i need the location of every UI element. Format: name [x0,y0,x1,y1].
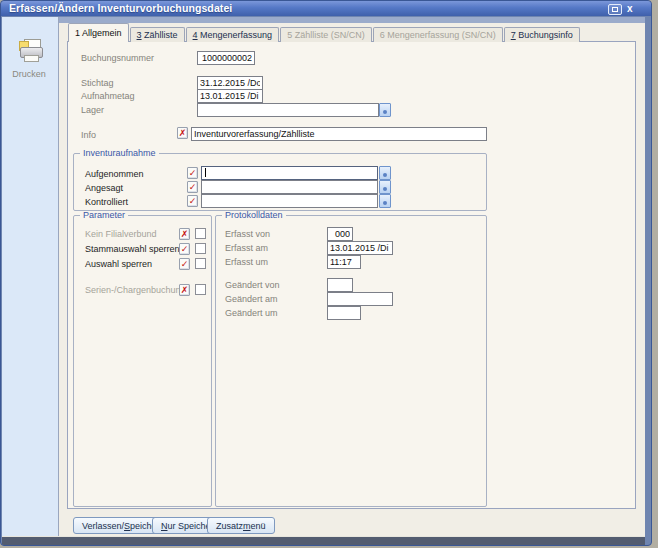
serien-chargenbuchung-label: Serien-/Chargenbuchung [85,285,186,295]
erfasst-am-field[interactable] [327,241,393,255]
info-cross-icon[interactable]: ✗ [177,127,188,139]
auswahl-sperren-label: Auswahl sperren [85,259,152,269]
erfasst-um-label: Erfasst um [225,257,268,267]
serien-chargenbuchung-checkbox[interactable] [195,284,206,295]
kontrolliert-check-icon[interactable]: ✓ [187,195,198,207]
inventuraufnahme-group-title: Inventuraufnahme [80,149,159,158]
geaendert-von-label: Geändert von [225,280,280,290]
angesagt-label: Angesagt [85,183,123,193]
buchungsnummer-label: Buchungsnummer [81,53,154,63]
lager-field[interactable] [197,103,379,117]
kontrolliert-label: Kontrolliert [85,197,128,207]
protokolldaten-group-title: Protokolldaten [222,211,286,220]
auswahl-sperren-check-icon[interactable]: ✓ [179,258,190,270]
serien-chargenbuchung-cross-icon[interactable]: ✗ [179,284,190,296]
restore-window-button[interactable] [608,4,622,15]
aufgenommen-check-icon[interactable]: ✓ [187,167,198,179]
stammauswahl-sperren-checkbox[interactable] [195,243,206,254]
titlebar: Erfassen/Ändern Inventurvorbuchungsdatei… [1,1,651,16]
kein-filialverbund-checkbox[interactable] [195,228,206,239]
tab-allgemein[interactable]: 1 Allgemein [68,23,129,42]
erfasst-um-field[interactable] [327,255,361,269]
drucken-label: Drucken [1,69,57,79]
kein-filialverbund-cross-icon[interactable]: ✗ [179,228,190,240]
aufgenommen-lookup-button[interactable] [379,166,391,180]
kontrolliert-field[interactable] [201,194,378,208]
bottom-status-strip [2,536,645,545]
lager-lookup-button[interactable] [379,103,391,117]
window-title: Erfassen/Ändern Inventurvorbuchungsdatei [9,2,232,14]
toolbar-sidebar [2,17,58,536]
stichtag-label: Stichtag [81,78,114,88]
angesagt-check-icon[interactable]: ✓ [187,181,198,193]
buchungsnummer-field[interactable] [197,51,255,65]
tab-buchungsinfo[interactable]: 7 Buchungsinfo [504,27,580,42]
tab-mengenerfassung[interactable]: 4 Mengenerfassung [186,27,280,42]
application-window: Erfassen/Ändern Inventurvorbuchungsdatei… [0,0,652,546]
angesagt-lookup-button[interactable] [379,180,391,194]
geaendert-am-field[interactable] [327,292,393,306]
lager-label: Lager [81,105,104,115]
auswahl-sperren-checkbox[interactable] [195,258,206,269]
stammauswahl-sperren-label: Stammauswahl sperren [85,244,180,254]
geaendert-von-field[interactable] [327,278,353,292]
kein-filialverbund-label: Kein Filialverbund [85,229,157,239]
geaendert-um-label: Geändert um [225,308,278,318]
text-caret [205,168,206,177]
close-window-button[interactable]: x [627,1,633,16]
aufgenommen-field[interactable] [201,166,378,180]
aufgenommen-label: Aufgenommen [85,169,144,179]
kontrolliert-lookup-button[interactable] [379,194,391,208]
drucken-button[interactable]: Drucken [14,39,46,85]
printer-icon [15,39,45,63]
stichtag-field[interactable] [197,76,263,90]
stammauswahl-sperren-check-icon[interactable]: ✓ [179,243,190,255]
tab-mengenerfassung-sncn: 6 Mengenerfassung (SN/CN) [373,27,503,42]
tab-zaehlliste[interactable]: 3 Zählliste [130,27,185,42]
erfasst-von-field[interactable] [327,227,353,241]
angesagt-field[interactable] [201,180,378,194]
geaendert-um-field[interactable] [327,306,361,320]
info-field[interactable] [191,127,487,141]
zusatzmenu-button[interactable]: Zusatzmenü [207,517,275,534]
tab-zaehlliste-sncn: 5 Zählliste (SN/CN) [280,27,372,42]
erfasst-am-label: Erfasst am [225,243,268,253]
aufnahmetag-label: Aufnahmetag [81,91,135,101]
geaendert-am-label: Geändert am [225,294,278,304]
erfasst-von-label: Erfasst von [225,229,270,239]
printer-output [24,55,39,62]
parameter-group-title: Parameter [80,211,128,220]
aufnahmetag-field[interactable] [197,89,263,103]
info-label: Info [81,130,96,140]
tab-bar: 1 Allgemein 3 Zählliste 4 Mengenerfassun… [68,23,581,42]
